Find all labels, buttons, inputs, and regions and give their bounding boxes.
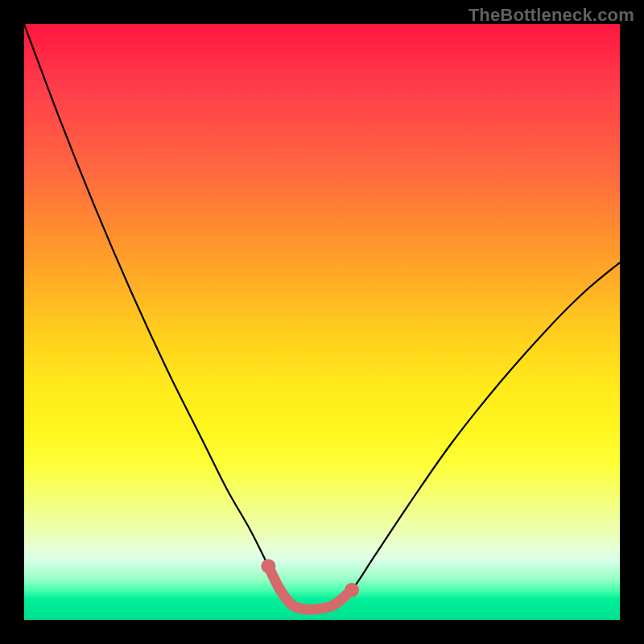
chart-frame: TheBottleneck.com	[0, 0, 644, 644]
watermark-text: TheBottleneck.com	[469, 5, 634, 26]
bump-overlay	[268, 566, 352, 609]
bump-end-dot	[345, 583, 359, 597]
bump-end-dot	[261, 559, 275, 573]
plot-svg	[24, 24, 620, 620]
plot-area	[24, 24, 620, 620]
bottleneck-curve	[24, 24, 620, 609]
